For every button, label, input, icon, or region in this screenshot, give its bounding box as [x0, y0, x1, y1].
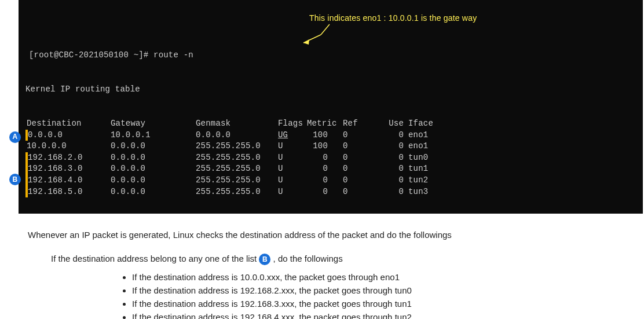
- table-row: 192.168.2.0 0.0.0.0 255.255.255.0 U 0 0 …: [27, 152, 642, 164]
- paragraph-intro: Whenever an IP packet is generated, Linu…: [28, 229, 616, 241]
- bullet-list-wrap: If the destination address is 10.0.0.xxx…: [28, 271, 616, 319]
- list-item: If the destination address is 192.168.2.…: [132, 284, 616, 297]
- table-header: Destination Gateway Genmask Flags Metric…: [27, 118, 642, 130]
- cell-gateway: 0.0.0.0: [111, 175, 196, 186]
- badge-b: B: [9, 174, 21, 185]
- cell-gateway: 0.0.0.0: [111, 163, 196, 175]
- cell-dest: 10.0.0.0: [27, 141, 111, 152]
- list-item: If the destination address is 192.168.3.…: [132, 298, 616, 310]
- col-use: Use: [380, 118, 404, 130]
- cell-flags: U: [278, 152, 307, 164]
- table-row: B192.168.3.0 0.0.0.0 255.255.255.0 U 0 0…: [27, 163, 642, 175]
- cell-use: 0: [380, 130, 404, 141]
- arrow-annotation: [292, 23, 332, 46]
- badge-a: A: [9, 131, 21, 143]
- paragraph-if-belongs: If the destination address belong to any…: [28, 252, 616, 265]
- body-content: Whenever an IP packet is generated, Linu…: [0, 214, 644, 319]
- col-flags: Flags: [278, 118, 307, 130]
- cell-iface: tun1: [404, 163, 642, 175]
- svg-line-0: [321, 24, 330, 35]
- col-genmask: Genmask: [196, 118, 278, 130]
- cell-gateway: 10.0.0.1: [111, 130, 196, 141]
- col-iface: Iface: [404, 118, 642, 130]
- cell-genmask: 255.255.255.0: [196, 163, 278, 175]
- cell-ref: 0: [343, 141, 380, 152]
- terminal-header: Kernel IP routing table: [25, 84, 643, 96]
- cell-metric: 0: [307, 152, 343, 164]
- col-metric: Metric: [307, 118, 343, 130]
- cell-ref: 0: [343, 175, 380, 186]
- annotation-gateway: This indicates eno1 : 10.0.0.1 is the ga…: [309, 13, 477, 24]
- cell-dest: 192.168.3.0: [28, 164, 83, 173]
- cell-dest: 192.168.4.0: [27, 175, 111, 186]
- table-row: A0.0.0.0 10.0.0.1 0.0.0.0 UG 100 0 0 eno…: [27, 130, 642, 141]
- svg-line-1: [303, 35, 321, 43]
- cell-gateway: 0.0.0.0: [111, 141, 196, 152]
- cell-flags: UG: [278, 130, 288, 140]
- cell-genmask: 255.255.255.0: [196, 152, 278, 164]
- terminal-prompt: [root@CBC-2021050100 ~]# route -n: [25, 50, 643, 61]
- cell-use: 0: [380, 175, 404, 186]
- col-dest: Destination: [27, 118, 111, 130]
- col-gateway: Gateway: [111, 118, 196, 130]
- table-row: 10.0.0.0 0.0.0.0 255.255.255.0 U 100 0 0…: [27, 141, 642, 152]
- cell-ref: 0: [343, 130, 380, 141]
- cell-metric: 100: [307, 141, 343, 152]
- badge-b-inline: B: [259, 254, 270, 265]
- cell-genmask: 255.255.255.0: [196, 175, 278, 186]
- routing-table: Destination Gateway Genmask Flags Metric…: [25, 118, 643, 197]
- cell-dest: 192.168.5.0: [27, 186, 111, 198]
- text-p2a: If the destination address belong to any…: [51, 254, 259, 263]
- text-p2b: , do the followings: [273, 254, 343, 263]
- cell-gateway: 0.0.0.0: [111, 186, 196, 198]
- cell-genmask: 0.0.0.0: [196, 130, 278, 141]
- bullet-list: If the destination address is 10.0.0.xxx…: [28, 271, 616, 319]
- cell-ref: 0: [343, 186, 380, 198]
- cell-metric: 0: [307, 163, 343, 175]
- cell-ref: 0: [343, 163, 380, 175]
- table-row: 192.168.5.0 0.0.0.0 255.255.255.0 U 0 0 …: [27, 186, 642, 198]
- cell-dest: 0.0.0.0: [28, 130, 63, 140]
- cell-ref: 0: [343, 152, 380, 164]
- cell-iface: tun3: [404, 186, 642, 198]
- cell-flags: U: [278, 186, 307, 198]
- cell-use: 0: [380, 152, 404, 164]
- cell-genmask: 255.255.255.0: [196, 186, 278, 198]
- cell-metric: 0: [307, 175, 343, 186]
- cell-flags: U: [278, 175, 307, 186]
- col-ref: Ref: [343, 118, 380, 130]
- list-item: If the destination address is 192.168.4.…: [132, 311, 616, 319]
- cell-metric: 100: [307, 130, 343, 141]
- cell-flags: U: [278, 141, 307, 152]
- cell-metric: 0: [307, 186, 343, 198]
- cell-iface: eno1: [404, 130, 642, 141]
- cell-use: 0: [380, 163, 404, 175]
- cell-dest: 192.168.2.0: [27, 152, 111, 164]
- cell-genmask: 255.255.255.0: [196, 141, 278, 152]
- table-row: 192.168.4.0 0.0.0.0 255.255.255.0 U 0 0 …: [27, 175, 642, 186]
- svg-marker-2: [303, 39, 309, 45]
- cell-use: 0: [380, 141, 404, 152]
- cell-iface: eno1: [404, 141, 642, 152]
- cell-use: 0: [380, 186, 404, 198]
- list-item: If the destination address is 10.0.0.xxx…: [132, 271, 616, 284]
- cell-flags: U: [278, 163, 307, 175]
- cell-gateway: 0.0.0.0: [111, 152, 196, 164]
- cell-iface: tun2: [404, 175, 642, 186]
- terminal-block: This indicates eno1 : 10.0.0.1 is the ga…: [19, 0, 643, 214]
- cell-iface: tun0: [404, 152, 642, 164]
